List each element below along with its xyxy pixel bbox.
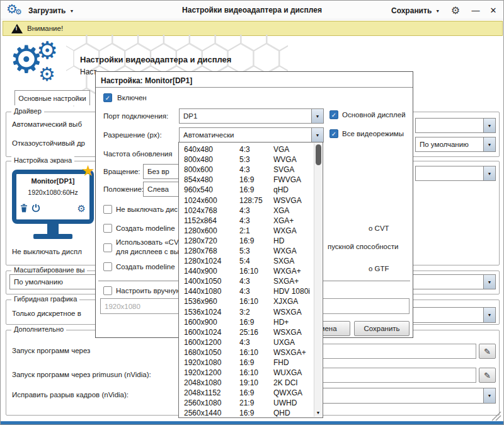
modeline-gtf-label: Создать modeline — [116, 263, 175, 271]
manual-checkbox[interactable] — [103, 286, 112, 295]
resolution-option[interactable]: 1152x8644:3XGA+ — [179, 216, 313, 226]
mode-name-text: XJXGA — [273, 297, 313, 306]
resolution-option[interactable]: 1024x600128:75WSVGA — [179, 195, 313, 205]
resolution-text: 1600x1024 — [179, 328, 239, 337]
resolution-option[interactable]: 1600x90016:9HD+ — [179, 317, 313, 327]
resolution-option[interactable]: 1536x10243:2WSXGA — [179, 307, 313, 317]
driver-group-legend: Драйвер — [11, 107, 44, 115]
primus-edit-button[interactable]: ✎ — [479, 368, 496, 383]
resolution-text: 1280x720 — [179, 236, 239, 245]
mode-name-text: SXGA+ — [273, 277, 313, 286]
resolution-option[interactable]: 2048x108019:102K DCI — [179, 378, 313, 388]
resolution-text: 1024x600 — [179, 196, 239, 205]
minimize-button[interactable]: — — [469, 4, 482, 16]
aspect-ratio-text: 4:3 — [239, 216, 273, 225]
resolution-options: 640x4804:3VGA800x4805:3WVGA800x6004:3SVG… — [179, 143, 313, 417]
primary-display-checkbox[interactable]: ✓ — [329, 110, 338, 119]
aspect-ratio-text: 16:9 — [239, 358, 273, 367]
scroll-down-icon[interactable]: ▼ — [314, 408, 322, 417]
mode-name-text: FWVGA — [273, 175, 313, 184]
resolution-option[interactable]: 854x48016:9FWVGA — [179, 175, 313, 185]
port-select[interactable]: DP1 ▼ — [179, 108, 324, 124]
resolution-text: 1400x1050 — [179, 277, 239, 286]
resolution-text: 1280x600 — [179, 226, 239, 235]
aspect-ratio-text: 16:10 — [239, 368, 273, 377]
monitor-settings-gear-icon[interactable]: ⚙ — [77, 204, 86, 213]
resolution-option[interactable]: 960x54016:9qHD — [179, 185, 313, 195]
resolution-option[interactable]: 1280x72016:9HD — [179, 236, 313, 246]
modeline-cvt-label-tail: о CVT — [369, 224, 389, 232]
dialog-dont-off-checkbox[interactable] — [103, 205, 112, 214]
resolution-option[interactable]: 1600x102425:16WSXGA — [179, 327, 313, 337]
resolution-option[interactable]: 1536x96016:10XJXGA — [179, 296, 313, 306]
mode-name-text: HDV 1080i — [273, 287, 313, 296]
dropdown-arrow-icon[interactable]: ▼ — [311, 109, 323, 123]
resolution-text: 960x540 — [179, 185, 239, 194]
primus-label: Запуск программ через primusun (nVidia): — [12, 371, 151, 378]
screen-extra-select[interactable]: ▼ — [415, 166, 496, 181]
pencil-icon: ✎ — [484, 371, 491, 380]
resolution-option[interactable]: 1920x120016:10WUXGA — [179, 368, 313, 378]
resolution-text: 1536x1024 — [179, 308, 239, 317]
modeline-gtf-checkbox[interactable] — [103, 262, 112, 271]
resolution-text: 1920x1080 — [179, 358, 239, 367]
mode-name-text: WXGA — [273, 247, 313, 255]
save-button[interactable]: Сохранить — [354, 321, 410, 336]
resolution-option[interactable]: 1680x105016:10WSXGA+ — [179, 347, 313, 358]
resolution-text: 1600x900 — [179, 318, 239, 327]
dropdown-arrow-icon[interactable]: ▼ — [483, 308, 495, 322]
settings-gear-button[interactable]: ⚙ — [449, 4, 462, 16]
resolution-option[interactable]: 1440x90016:10WXGA+ — [179, 266, 313, 276]
resolution-option[interactable]: 1440x10804:3HDV 1080i — [179, 286, 313, 296]
mode-name-text: qHD — [273, 185, 313, 194]
dropdown-arrow-icon[interactable]: ▼ — [483, 166, 495, 180]
resolution-option[interactable]: 800x4805:3WVGA — [179, 154, 313, 165]
resolution-option[interactable]: 1280x10245:4SXGA — [179, 256, 313, 266]
auto-driver-select[interactable]: ▼ — [415, 118, 496, 133]
resolution-option[interactable]: 2560x108021:9UWHD — [179, 398, 313, 408]
failsafe-driver-select[interactable]: По умолчанию ▼ — [415, 137, 496, 152]
run-programs-edit-button[interactable]: ✎ — [479, 344, 496, 359]
save-menu-button[interactable]: Сохранить ▼ — [391, 5, 440, 16]
cvt-reduced-label-line1: Использовать «CV — [116, 238, 179, 246]
resolution-option[interactable]: 2560x144016:9QHD — [179, 408, 313, 417]
resolution-option[interactable]: 1920x108016:9FHD — [179, 358, 313, 368]
dialog-dont-off-label: Не выключать дис — [116, 206, 178, 213]
resolution-option[interactable]: 640x4804:3VGA — [179, 144, 313, 154]
resolution-option[interactable]: 2048x115216:9QWXGA — [179, 388, 313, 398]
resolution-text: 1280x768 — [179, 247, 239, 255]
enabled-checkbox[interactable]: ✓ — [103, 93, 112, 102]
hybrid-group-legend: Гибридная графика — [11, 295, 79, 303]
resolution-option[interactable]: 1280x6002:1WXGA — [179, 226, 313, 236]
dropdown-arrow-icon[interactable]: ▼ — [483, 137, 495, 151]
tab-basic-settings[interactable]: Основные настройки — [14, 90, 90, 105]
aspect-ratio-text: 4:3 — [239, 287, 273, 296]
scrollbar[interactable]: ▼ — [314, 143, 322, 417]
all-modes-checkbox[interactable]: ✓ — [329, 129, 338, 138]
dropdown-arrow-icon[interactable]: ▼ — [483, 275, 495, 289]
resize-grip[interactable] — [491, 410, 502, 422]
resolution-text: 1536x960 — [179, 297, 239, 306]
aspect-ratio-text: 4:3 — [239, 165, 273, 174]
trash-icon[interactable] — [20, 204, 28, 212]
resolution-option[interactable]: 1600x12004:3UXGA — [179, 337, 313, 347]
resolution-text: 1280x1024 — [179, 257, 239, 265]
modeline-cvt-checkbox[interactable] — [103, 224, 112, 233]
resolution-select[interactable]: Автоматически ▼ — [179, 127, 324, 143]
dialog-separator — [96, 87, 413, 88]
close-button[interactable]: ✕ — [487, 4, 500, 16]
resolution-option[interactable]: 1400x10504:3SXGA+ — [179, 276, 313, 286]
dropdown-arrow-icon[interactable]: ▼ — [311, 128, 323, 142]
scrollbar-thumb[interactable] — [316, 144, 321, 165]
mode-name-text: WSVGA — [273, 196, 313, 205]
scaling-group-legend: Масштабирование вы — [11, 266, 87, 274]
resolution-option[interactable]: 1280x7685:3WXGA — [179, 246, 313, 256]
mode-name-text: WXGA — [273, 226, 313, 235]
resolution-option[interactable]: 1024x7684:3XGA — [179, 206, 313, 216]
cvt-reduced-checkbox[interactable] — [103, 243, 112, 252]
dropdown-arrow-icon[interactable]: ▼ — [483, 119, 495, 132]
cvt-reduced-label-tail: пускной способности — [328, 243, 398, 250]
dropdown-arrow-icon[interactable]: ▼ — [483, 388, 495, 403]
power-icon[interactable] — [32, 204, 40, 212]
resolution-option[interactable]: 800x6004:3SVGA — [179, 165, 313, 175]
